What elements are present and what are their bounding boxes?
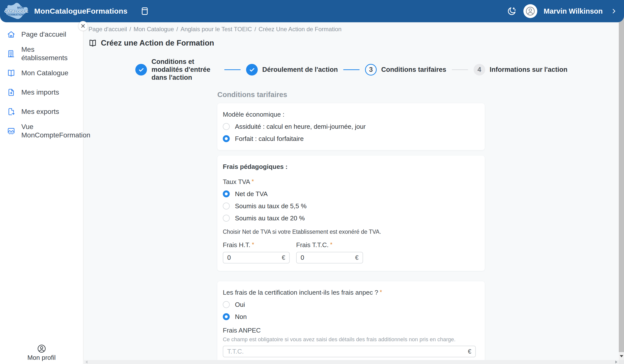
top-navbar: MON CATALOGUE FORMATIONS MonCatalogueFor… xyxy=(0,0,624,22)
breadcrumb-item[interactable]: Mon Catalogue xyxy=(134,26,174,33)
sidebar-item-mes-imports[interactable]: Mes imports xyxy=(0,83,83,102)
section-title: Conditions tarifaires xyxy=(217,91,619,99)
close-icon: ✕ xyxy=(81,23,86,29)
profile-icon xyxy=(37,344,46,353)
required-asterisk: * xyxy=(252,178,254,185)
sidebar-item-mon-catalogue[interactable]: Mon Catalogue xyxy=(0,63,83,83)
required-asterisk: * xyxy=(380,289,382,295)
radio-forfait[interactable]: Forfait : calcul forfaitaire xyxy=(223,135,476,143)
radio-oui[interactable]: Oui xyxy=(223,301,476,309)
sidebar-item-vue-moncompteformation[interactable]: Vue MonCompteFormation xyxy=(0,121,83,141)
required-asterisk: * xyxy=(330,241,332,248)
step-1[interactable]: Conditions et modalités d'entrée dans l'… xyxy=(135,58,219,82)
euro-suffix: € xyxy=(282,254,285,261)
step-2-label: Déroulement de l'action xyxy=(262,66,338,74)
breadcrumb-separator: / xyxy=(255,26,256,33)
radio-label: Non xyxy=(235,313,247,321)
vertical-scrollbar[interactable] xyxy=(619,22,624,364)
radio-checked-icon xyxy=(223,190,230,197)
sidebar-item-label: Mes exports xyxy=(21,107,59,116)
frais-anpec-label: Frais ANPEC xyxy=(223,327,261,334)
step-1-check-icon xyxy=(135,64,147,76)
fees-title: Frais pédagogiques : xyxy=(223,163,288,170)
radio-assiduite[interactable]: Assiduité : calcul en heure, demi-journé… xyxy=(223,123,476,130)
frais-ht-label: Frais H.T.* xyxy=(223,241,290,249)
step-3-number: 3 xyxy=(365,64,377,76)
file-export-icon xyxy=(7,107,15,116)
radio-checked-icon xyxy=(223,135,230,142)
radio-unchecked-icon xyxy=(223,301,230,308)
radio-unchecked-icon xyxy=(223,123,230,130)
step-4-number: 4 xyxy=(474,64,485,76)
open-book-icon xyxy=(7,69,15,77)
breadcrumb-item[interactable]: Page d'accueil xyxy=(88,26,127,33)
step-3-label: Conditions tarifaires xyxy=(381,66,446,74)
arrow-down-icon xyxy=(620,355,623,357)
arrow-right-icon xyxy=(615,361,617,364)
radio-checked-icon xyxy=(223,313,230,320)
frais-ht-field[interactable] xyxy=(227,254,279,261)
home-icon xyxy=(7,30,15,39)
moon-icon[interactable] xyxy=(507,6,517,16)
radio-label: Net de TVA xyxy=(235,190,268,198)
radio-net-de-tva[interactable]: Net de TVA xyxy=(223,190,476,198)
arrow-left-icon xyxy=(85,361,87,364)
euro-suffix: € xyxy=(355,254,359,261)
file-import-icon xyxy=(7,88,15,97)
sidebar-item-label: Mes établissements xyxy=(21,45,81,62)
radio-taux-20[interactable]: Soumis au taux de 20 % xyxy=(223,214,476,222)
radio-label: Forfait : calcul forfaitaire xyxy=(235,135,304,143)
tva-label: Taux TVA xyxy=(223,178,250,185)
sidebar-item-page-accueil[interactable]: Page d'accueil xyxy=(0,25,83,44)
euro-suffix: € xyxy=(468,348,471,355)
radio-non[interactable]: Non xyxy=(223,313,476,321)
breadcrumb-separator: / xyxy=(129,26,131,33)
economic-model-card: Modèle économique : Assiduité : calcul e… xyxy=(217,103,485,150)
sidebar-item-etablissements[interactable]: Mes établissements xyxy=(0,44,83,63)
required-asterisk: * xyxy=(252,241,254,248)
sidebar-profile[interactable]: Mon profil xyxy=(0,344,83,362)
breadcrumb-item[interactable]: Créez Une Action de Formation xyxy=(258,26,341,33)
fees-card: Frais pédagogiques : Taux TVA* Net de TV… xyxy=(217,156,485,271)
sidebar-item-label: Page d'accueil xyxy=(21,30,66,39)
window-icon[interactable] xyxy=(140,6,149,16)
frais-ttc-input[interactable]: € xyxy=(296,252,363,263)
frais-anpec-hint: Ce champ est obligatoire si vous avez sa… xyxy=(223,336,476,343)
anpec-card: Les frais de la certification incluent-i… xyxy=(217,281,485,360)
radio-label: Soumis au taux de 20 % xyxy=(235,214,305,222)
frais-anpec-input[interactable]: € xyxy=(223,346,476,357)
step-4[interactable]: 4 Informations sur l'action xyxy=(474,64,567,76)
frais-ttc-field[interactable] xyxy=(301,254,353,261)
sidebar-close-button[interactable]: ✕ xyxy=(78,21,88,31)
user-name[interactable]: Marvin Wilkinson xyxy=(544,7,603,15)
chevron-right-icon[interactable] xyxy=(611,8,617,14)
sidebar-item-mes-exports[interactable]: Mes exports xyxy=(0,102,83,121)
step-1-label: Conditions et modalités d'entrée dans l'… xyxy=(151,58,219,82)
horizontal-scrollbar[interactable] xyxy=(84,360,619,364)
radio-label: Assiduité : calcul en heure, demi-journé… xyxy=(235,123,366,130)
image-icon xyxy=(7,127,15,135)
scroll-down-button[interactable] xyxy=(619,352,624,360)
step-2[interactable]: Déroulement de l'action xyxy=(246,64,338,76)
profile-label: Mon profil xyxy=(27,354,56,362)
step-connector xyxy=(343,69,360,70)
app-logo[interactable]: MON CATALOGUE FORMATIONS xyxy=(4,1,29,21)
frais-ht-input[interactable]: € xyxy=(223,252,290,263)
frais-anpec-field[interactable] xyxy=(227,348,465,355)
sidebar-item-label: Mon Catalogue xyxy=(21,69,68,77)
vertical-scrollbar-thumb[interactable] xyxy=(619,22,624,352)
logo-text-mon: MON xyxy=(17,6,24,9)
radio-label: Soumis au taux de 5,5 % xyxy=(235,202,307,210)
breadcrumb-item[interactable]: Anglais pour le Test TOEIC xyxy=(180,26,252,33)
app-title: MonCatalogueFormations xyxy=(34,7,128,15)
radio-taux-55[interactable]: Soumis au taux de 5,5 % xyxy=(223,202,476,210)
breadcrumb: Page d'accueil / Mon Catalogue / Anglais… xyxy=(84,22,619,33)
step-3[interactable]: 3 Conditions tarifaires xyxy=(365,64,446,76)
frais-ttc-label: Frais T.T.C.* xyxy=(296,241,363,249)
tva-hint: Choisir Net de TVA si votre Etablissemen… xyxy=(223,229,476,235)
building-icon xyxy=(7,50,15,58)
avatar[interactable] xyxy=(523,4,537,18)
sidebar-item-label: Vue MonCompteFormation xyxy=(21,123,81,139)
page-title: Créez une Action de Formation xyxy=(101,39,214,48)
logo-text-formations: FORMATIONS xyxy=(7,13,25,16)
